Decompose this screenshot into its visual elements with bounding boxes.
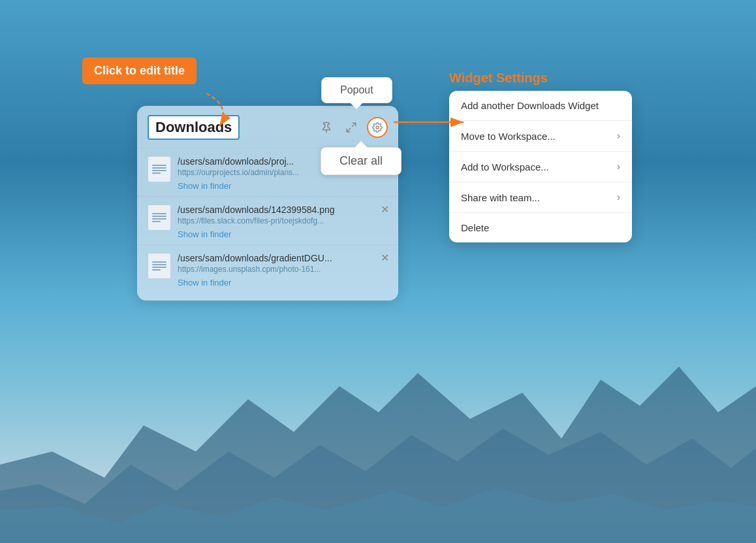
download-item: /users/sam/downloads/gradientDGU... http… xyxy=(137,245,398,293)
settings-item-delete[interactable]: Delete xyxy=(449,213,632,242)
svg-point-7 xyxy=(376,126,379,129)
clearall-tooltip[interactable]: Clear all xyxy=(321,147,402,175)
svg-line-6 xyxy=(347,129,350,132)
edit-title-label: Click to edit title xyxy=(94,64,185,77)
svg-line-5 xyxy=(353,123,356,126)
settings-item-label: Share with team... xyxy=(461,192,540,203)
gear-icon-btn[interactable] xyxy=(367,117,388,138)
settings-item-label: Add to Workspace... xyxy=(461,161,549,173)
settings-item-label: Add another Downloads Widget xyxy=(461,100,599,111)
show-in-finder-btn[interactable]: Show in finder xyxy=(178,181,388,191)
settings-item-label: Move to Workspace... xyxy=(461,131,556,142)
item-url: https://files.slack.com/files-pri/toejsk… xyxy=(178,216,388,225)
file-icon xyxy=(148,253,171,279)
settings-item-label: Delete xyxy=(461,222,489,233)
item-url: https://images.unsplash.cpm/photo-161... xyxy=(178,265,388,274)
chevron-right-icon: › xyxy=(617,191,620,203)
popout-label: Popout xyxy=(340,84,373,95)
pin-icon-btn[interactable] xyxy=(317,118,336,137)
settings-title: Widget Settings xyxy=(449,71,632,86)
settings-item-share[interactable]: Share with team... › xyxy=(449,182,632,213)
show-in-finder-btn[interactable]: Show in finder xyxy=(178,278,388,288)
edit-title-tooltip[interactable]: Click to edit title xyxy=(82,58,197,84)
download-item: /users/sam/downloads/142399584.png https… xyxy=(137,197,398,245)
settings-item-add[interactable]: Add another Downloads Widget xyxy=(449,91,632,121)
mountain-silhouette xyxy=(0,334,756,543)
settings-menu: Add another Downloads Widget Move to Wor… xyxy=(449,91,632,242)
settings-item-add-workspace[interactable]: Add to Workspace... › xyxy=(449,152,632,182)
chevron-right-icon: › xyxy=(617,161,620,173)
chevron-right-icon: › xyxy=(617,130,620,142)
close-item-btn[interactable]: ✕ xyxy=(381,205,389,215)
popout-tooltip[interactable]: Popout xyxy=(321,77,392,103)
widget-title[interactable]: Downloads xyxy=(148,115,240,140)
item-info: /users/sam/downloads/gradientDGU... http… xyxy=(178,253,388,288)
file-icon xyxy=(148,156,171,182)
item-path: /users/sam/downloads/gradientDGU... xyxy=(178,253,388,263)
clearall-label: Clear all xyxy=(339,154,383,167)
file-icon xyxy=(148,205,171,231)
settings-item-move[interactable]: Move to Workspace... › xyxy=(449,121,632,152)
item-path: /users/sam/downloads/142399584.png xyxy=(178,205,388,215)
downloads-widget: Downloads xyxy=(137,106,398,301)
widget-toolbar xyxy=(317,117,388,138)
close-item-btn[interactable]: ✕ xyxy=(381,253,389,263)
show-in-finder-btn[interactable]: Show in finder xyxy=(178,229,388,239)
item-info: /users/sam/downloads/142399584.png https… xyxy=(178,205,388,239)
expand-icon-btn[interactable] xyxy=(342,118,360,137)
widget-settings-panel: Widget Settings Add another Downloads Wi… xyxy=(449,71,632,242)
